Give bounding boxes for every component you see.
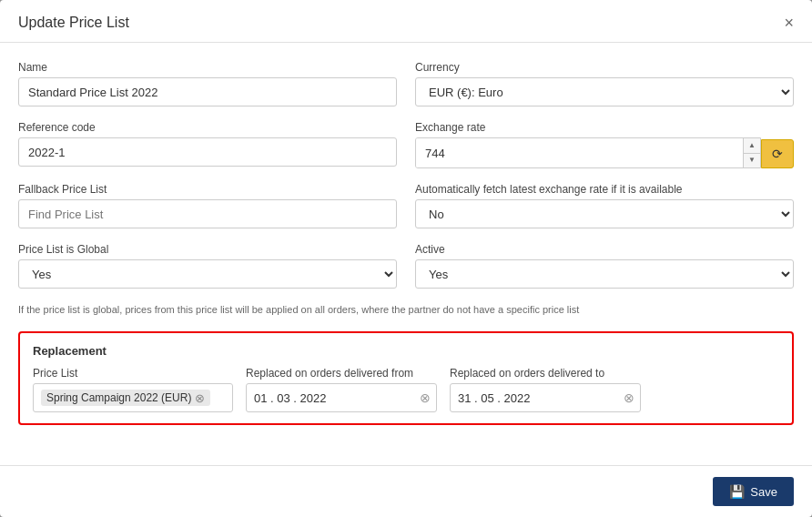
row-refcode-exchange: Reference code Exchange rate ▲ ▼ <box>18 121 794 168</box>
modal-overlay: Update Price List × Name Currency EUR (€… <box>0 0 812 517</box>
replacement-to-date-input[interactable] <box>451 386 618 411</box>
global-helper-text: If the price list is global, prices from… <box>18 303 794 317</box>
global-label: Price List is Global <box>18 243 397 256</box>
replacement-title: Replacement <box>33 344 779 358</box>
reference-code-label: Reference code <box>18 121 397 134</box>
replacement-price-list-label: Price List <box>33 367 233 380</box>
exchange-rate-spinner-wrap: ▲ ▼ <box>415 137 761 168</box>
replacement-price-list-input[interactable]: Spring Campaign 2022 (EUR) ⊗ <box>33 383 233 412</box>
replacement-row: Price List Spring Campaign 2022 (EUR) ⊗ … <box>33 367 779 412</box>
exchange-rate-label: Exchange rate <box>415 121 794 134</box>
exchange-rate-input-group: ▲ ▼ ⟳ <box>415 137 794 168</box>
replacement-from-group: Replaced on orders delivered from ⊗ <box>246 367 437 412</box>
save-icon: 💾 <box>729 484 745 499</box>
modal-header: Update Price List × <box>0 0 812 43</box>
currency-select[interactable]: EUR (€): Euro USD ($): US Dollar GBP (£)… <box>415 77 794 106</box>
replacement-to-date-wrap: ⊗ <box>450 383 641 412</box>
row-fallback-autofetch: Fallback Price List Automatically fetch … <box>18 183 794 228</box>
save-button[interactable]: 💾 Save <box>713 477 794 506</box>
replacement-to-group: Replaced on orders delivered to ⊗ <box>450 367 641 412</box>
modal-footer: 💾 Save <box>0 465 812 517</box>
update-price-list-modal: Update Price List × Name Currency EUR (€… <box>0 0 812 517</box>
fallback-input[interactable] <box>18 199 397 228</box>
exchange-rate-wrap: ▲ ▼ <box>415 137 761 168</box>
close-button[interactable]: × <box>784 15 794 31</box>
spinner-buttons: ▲ ▼ <box>743 138 760 167</box>
auto-fetch-label: Automatically fetch latest exchange rate… <box>415 183 794 196</box>
name-input[interactable] <box>18 77 397 106</box>
active-group: Active Yes No <box>415 243 794 289</box>
spinner-down-button[interactable]: ▼ <box>744 154 760 168</box>
row-global-active: Price List is Global Yes No Active Yes N… <box>18 243 794 289</box>
auto-fetch-select[interactable]: No Yes <box>415 199 794 228</box>
refresh-exchange-rate-button[interactable]: ⟳ <box>761 139 794 168</box>
from-date-clear-button[interactable]: ⊗ <box>414 391 436 404</box>
price-list-tag: Spring Campaign 2022 (EUR) ⊗ <box>41 390 210 406</box>
row-name-currency: Name Currency EUR (€): Euro USD ($): US … <box>18 61 794 106</box>
active-select[interactable]: Yes No <box>415 259 794 289</box>
replacement-section: Replacement Price List Spring Campaign 2… <box>18 331 794 425</box>
auto-fetch-group: Automatically fetch latest exchange rate… <box>415 183 794 228</box>
name-group: Name <box>18 61 397 106</box>
exchange-rate-group: Exchange rate ▲ ▼ ⟳ <box>415 121 794 168</box>
replacement-from-date-input[interactable] <box>247 386 414 411</box>
modal-title: Update Price List <box>18 15 129 31</box>
modal-body: Name Currency EUR (€): Euro USD ($): US … <box>0 43 812 465</box>
exchange-rate-input[interactable] <box>416 138 743 167</box>
fallback-group: Fallback Price List <box>18 183 397 228</box>
price-list-tag-remove[interactable]: ⊗ <box>195 392 205 404</box>
replacement-from-label: Replaced on orders delivered from <box>246 367 437 380</box>
replacement-from-date-wrap: ⊗ <box>246 383 437 412</box>
save-label: Save <box>750 485 777 499</box>
name-label: Name <box>18 61 397 74</box>
currency-label: Currency <box>415 61 794 74</box>
active-label: Active <box>415 243 794 256</box>
replacement-price-list-group: Price List Spring Campaign 2022 (EUR) ⊗ <box>33 367 233 412</box>
spinner-up-button[interactable]: ▲ <box>744 138 760 154</box>
reference-code-group: Reference code <box>18 121 397 168</box>
global-group: Price List is Global Yes No <box>18 243 397 289</box>
price-list-tag-text: Spring Campaign 2022 (EUR) <box>46 391 191 404</box>
fallback-label: Fallback Price List <box>18 183 397 196</box>
reference-code-input[interactable] <box>18 137 397 167</box>
to-date-clear-button[interactable]: ⊗ <box>618 391 640 404</box>
refresh-icon: ⟳ <box>772 147 783 161</box>
currency-group: Currency EUR (€): Euro USD ($): US Dolla… <box>415 61 794 106</box>
global-select[interactable]: Yes No <box>18 259 397 289</box>
replacement-to-label: Replaced on orders delivered to <box>450 367 641 380</box>
